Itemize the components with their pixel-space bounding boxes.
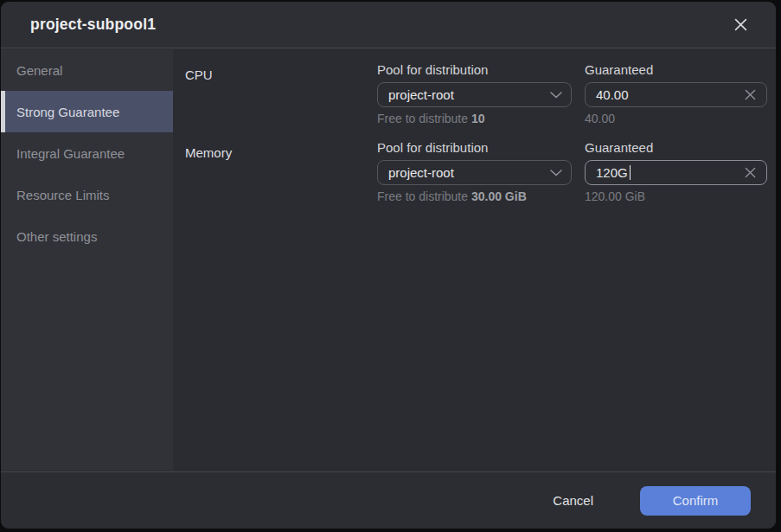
cpu-guaranteed-input[interactable]: 40.00 bbox=[585, 82, 767, 107]
modal-title: project-subpool1 bbox=[30, 16, 156, 34]
memory-guaranteed-label: Guaranteed bbox=[585, 140, 653, 155]
helper-text: Free to distribute bbox=[377, 112, 471, 125]
cpu-guaranteed-helper: 40.00 bbox=[585, 112, 615, 125]
strong-guarantee-panel: CPU Pool for distribution project-root F… bbox=[173, 49, 776, 471]
memory-pool-helper: Free to distribute 30.00 GiB bbox=[377, 189, 527, 203]
sidebar-item-integral-guarantee[interactable]: Integral Guarantee bbox=[1, 132, 173, 174]
modal-footer: Cancel Confirm bbox=[1, 471, 776, 529]
cpu-pool-select[interactable]: project-root bbox=[377, 82, 572, 107]
memory-guaranteed-value: 120G bbox=[596, 165, 628, 180]
cancel-button[interactable]: Cancel bbox=[551, 488, 595, 513]
cpu-section-label: CPU bbox=[185, 67, 213, 82]
sidebar-item-other-settings[interactable]: Other settings bbox=[1, 215, 173, 257]
clear-icon bbox=[745, 167, 756, 178]
sidebar-item-general[interactable]: General bbox=[1, 49, 173, 91]
memory-pool-selected-value: project-root bbox=[388, 165, 454, 180]
chevron-down-icon bbox=[550, 170, 562, 176]
modal-dialog: project-subpool1 General Strong Guarante… bbox=[1, 2, 776, 529]
sidebar: General Strong Guarantee Integral Guaran… bbox=[1, 49, 173, 471]
close-button[interactable] bbox=[729, 13, 752, 36]
confirm-button[interactable]: Confirm bbox=[640, 486, 751, 516]
modal-header: project-subpool1 bbox=[1, 2, 776, 48]
memory-guaranteed-input[interactable]: 120G bbox=[585, 160, 767, 185]
sidebar-item-label: Strong Guarantee bbox=[16, 105, 119, 119]
chevron-down-icon bbox=[550, 92, 562, 99]
memory-pool-label: Pool for distribution bbox=[377, 140, 488, 155]
cpu-pool-selected-value: project-root bbox=[388, 87, 454, 102]
cpu-pool-helper: Free to distribute 10 bbox=[377, 112, 485, 125]
clear-button[interactable] bbox=[743, 87, 758, 102]
memory-section-label: Memory bbox=[185, 145, 232, 160]
close-icon bbox=[734, 18, 747, 31]
helper-value: 30.00 GiB bbox=[471, 189, 527, 203]
sidebar-item-label: General bbox=[16, 63, 62, 78]
clear-button[interactable] bbox=[743, 165, 758, 180]
helper-text: Free to distribute bbox=[377, 189, 471, 203]
active-tab-indicator bbox=[1, 91, 5, 132]
modal-body: General Strong Guarantee Integral Guaran… bbox=[1, 49, 776, 471]
clear-icon bbox=[745, 89, 756, 100]
text-cursor bbox=[630, 165, 631, 180]
memory-guaranteed-helper: 120.00 GiB bbox=[585, 189, 645, 203]
sidebar-item-strong-guarantee[interactable]: Strong Guarantee bbox=[1, 91, 173, 132]
memory-pool-select[interactable]: project-root bbox=[377, 160, 572, 185]
cpu-guaranteed-label: Guaranteed bbox=[585, 62, 653, 77]
sidebar-item-resource-limits[interactable]: Resource Limits bbox=[1, 174, 173, 215]
sidebar-item-label: Resource Limits bbox=[16, 188, 110, 202]
cpu-pool-label: Pool for distribution bbox=[377, 62, 488, 77]
cpu-guaranteed-value: 40.00 bbox=[596, 87, 629, 102]
sidebar-item-label: Integral Guarantee bbox=[16, 146, 125, 161]
helper-value: 10 bbox=[471, 112, 485, 125]
sidebar-item-label: Other settings bbox=[16, 229, 97, 244]
